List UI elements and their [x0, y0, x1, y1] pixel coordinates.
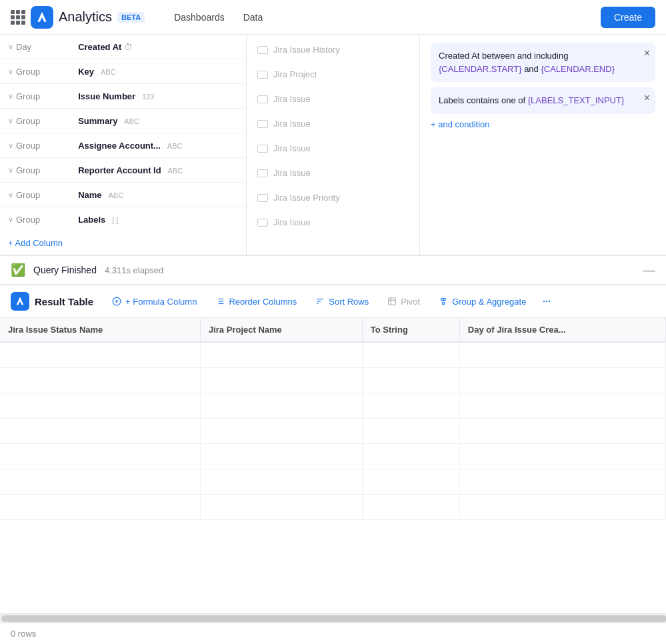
- source-item-5[interactable]: Jira Issue: [247, 161, 419, 185]
- col-type: ABC: [101, 68, 116, 76]
- more-button[interactable]: [537, 293, 557, 310]
- filter-text-2: Labels contains one of {LABELS_TEXT_INPU…: [439, 94, 647, 107]
- table-row-5: [0, 469, 666, 494]
- chevron-icon-2: ∨: [8, 92, 13, 101]
- col-role-label-1: Group: [16, 67, 40, 77]
- add-column-button[interactable]: + Add Column: [0, 231, 246, 255]
- collapse-button[interactable]: —: [643, 263, 655, 277]
- table-header-1[interactable]: Jira Project Name: [200, 318, 362, 342]
- source-label-5: Jira Issue: [273, 168, 311, 178]
- column-row-0: ∨ Day Created At ⏱: [0, 35, 246, 59]
- table-cell-6-0: [0, 494, 200, 519]
- filter-close-2[interactable]: ×: [644, 93, 650, 103]
- col-name-6: Name: [78, 190, 101, 200]
- col-type: [ ]: [112, 216, 118, 224]
- dashboards-link[interactable]: Dashboards: [166, 7, 233, 28]
- table-header-3[interactable]: Day of Jira Issue Crea...: [459, 318, 665, 342]
- and-condition-button[interactable]: + and condition: [431, 119, 655, 129]
- columns-panel: ∨ Day Created At ⏱ ∨ Group Key ABC ∨ Gro…: [0, 35, 247, 255]
- source-label-0: Jira Issue History: [273, 45, 340, 55]
- col-name-cell-0[interactable]: Created At ⏱: [70, 35, 246, 59]
- filter-label-and: and: [524, 64, 541, 74]
- query-elapsed: 4.311s elapsed: [105, 265, 163, 275]
- table-footer: 0 rows: [0, 623, 666, 644]
- pivot-button[interactable]: Pivot: [379, 293, 428, 311]
- sources-panel: Jira Issue HistoryJira ProjectJira Issue…: [247, 35, 420, 255]
- col-role-cell-3[interactable]: ∨ Group: [0, 109, 70, 133]
- filter-var-3: {LABELS_TEXT_INPUT}: [528, 95, 625, 105]
- table-header-2[interactable]: To String: [362, 318, 459, 342]
- horizontal-scrollbar[interactable]: [0, 613, 666, 623]
- column-row-4: ∨ Group Assignee Account... ABC: [0, 133, 246, 158]
- source-item-4[interactable]: Jira Issue: [247, 136, 419, 161]
- table-cell-0-0: [0, 342, 200, 367]
- source-table-icon-4: [257, 145, 268, 153]
- source-item-7[interactable]: Jira Issue: [247, 210, 419, 235]
- table-cell-3-1: [200, 418, 362, 443]
- col-type: 123: [142, 93, 154, 101]
- col-name-4: Assignee Account...: [78, 141, 161, 151]
- source-item-3[interactable]: Jira Issue: [247, 111, 419, 136]
- more-icon: [542, 297, 551, 306]
- data-table: Jira Issue Status NameJira Project NameT…: [0, 318, 666, 520]
- scrollbar-thumb[interactable]: [1, 615, 666, 622]
- sort-icon: [315, 297, 325, 306]
- col-role-cell-5[interactable]: ∨ Group: [0, 158, 70, 183]
- chevron-icon-4: ∨: [8, 141, 13, 150]
- col-role-label-4: Group: [16, 141, 40, 151]
- table-cell-5-3: [459, 469, 665, 494]
- source-item-1[interactable]: Jira Project: [247, 62, 419, 87]
- col-role-cell-4[interactable]: ∨ Group: [0, 133, 70, 158]
- source-item-6[interactable]: Jira Issue Priority: [247, 185, 419, 210]
- source-item-2[interactable]: Jira Issue: [247, 87, 419, 111]
- source-item-0[interactable]: Jira Issue History: [247, 37, 419, 62]
- row-count: 0 rows: [11, 629, 36, 639]
- sort-rows-button[interactable]: Sort Rows: [307, 293, 377, 311]
- data-link[interactable]: Data: [235, 7, 271, 28]
- col-role-label-5: Group: [16, 165, 40, 175]
- col-role-cell-1[interactable]: ∨ Group: [0, 59, 70, 84]
- source-label-1: Jira Project: [273, 69, 317, 79]
- query-status-text: Query Finished: [33, 265, 97, 275]
- col-name-cell-1[interactable]: Key ABC: [70, 59, 246, 84]
- col-role-cell-2[interactable]: ∨ Group: [0, 84, 70, 109]
- filter-label-start: Created At between and including: [439, 51, 568, 61]
- formula-column-button[interactable]: + Formula Column: [104, 293, 205, 311]
- source-table-icon-1: [257, 71, 268, 79]
- app-logo[interactable]: [31, 6, 53, 29]
- nav-links: Dashboards Data: [166, 7, 271, 28]
- status-bar: ✅ Query Finished 4.311s elapsed —: [0, 255, 666, 285]
- table-cell-2-1: [200, 393, 362, 418]
- chevron-icon-3: ∨: [8, 117, 13, 125]
- chevron-icon-7: ∨: [8, 215, 13, 224]
- col-name-cell-7[interactable]: Labels [ ]: [70, 207, 246, 232]
- chevron-icon-6: ∨: [8, 191, 13, 199]
- col-role-cell-7[interactable]: ∨ Group: [0, 207, 70, 232]
- col-name-cell-6[interactable]: Name ABC: [70, 183, 246, 207]
- table-cell-0-3: [459, 342, 665, 367]
- result-section: Result Table + Formula Column Reorder Co…: [0, 285, 666, 644]
- col-role-cell-6[interactable]: ∨ Group: [0, 183, 70, 207]
- source-label-4: Jira Issue: [273, 143, 311, 153]
- table-cell-1-0: [0, 367, 200, 393]
- table-cell-5-0: [0, 469, 200, 494]
- create-button[interactable]: Create: [601, 7, 655, 28]
- source-label-2: Jira Issue: [273, 94, 311, 104]
- table-cell-1-1: [200, 367, 362, 393]
- table-header-0[interactable]: Jira Issue Status Name: [0, 318, 200, 342]
- svg-point-20: [549, 301, 550, 302]
- col-name-cell-5[interactable]: Reporter Account Id ABC: [70, 158, 246, 183]
- group-aggregate-button[interactable]: Group & Aggregate: [431, 293, 534, 311]
- col-role-cell-0[interactable]: ∨ Day: [0, 35, 70, 59]
- col-name-cell-3[interactable]: Summary ABC: [70, 109, 246, 133]
- chevron-icon-0: ∨: [8, 43, 13, 51]
- main-content: ∨ Day Created At ⏱ ∨ Group Key ABC ∨ Gro…: [0, 35, 666, 644]
- table-cell-3-2: [362, 418, 459, 443]
- reorder-columns-button[interactable]: Reorder Columns: [207, 293, 305, 311]
- col-name-cell-2[interactable]: Issue Number 123: [70, 84, 246, 109]
- col-name-cell-4[interactable]: Assignee Account... ABC: [70, 133, 246, 158]
- grid-icon[interactable]: [11, 10, 25, 25]
- source-table-icon-3: [257, 120, 268, 128]
- filter-close-1[interactable]: ×: [644, 48, 650, 59]
- data-table-wrapper[interactable]: Jira Issue Status NameJira Project NameT…: [0, 318, 666, 613]
